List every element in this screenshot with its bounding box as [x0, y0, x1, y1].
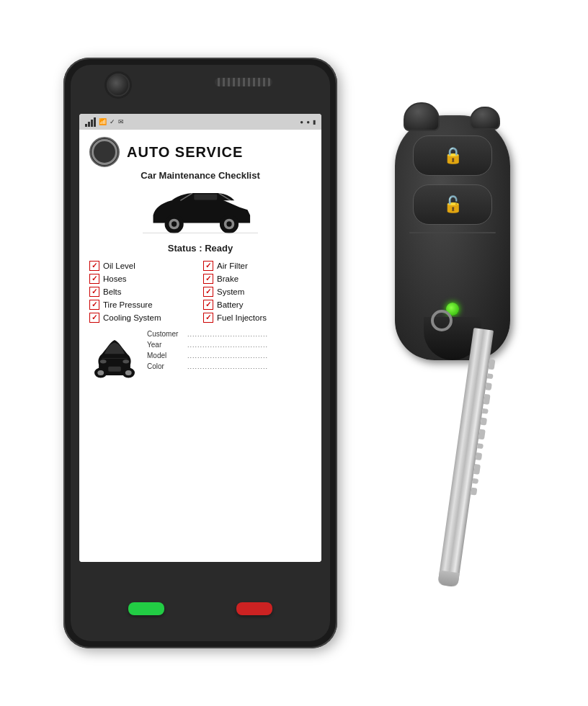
list-item: Oil Level: [89, 261, 197, 271]
form-dots-customer: ................................: [187, 331, 311, 338]
form-fields: Customer ...............................…: [147, 330, 311, 373]
svg-point-0: [92, 140, 117, 164]
fob-top-left: [404, 102, 440, 131]
clock-icon: ●: [300, 119, 303, 125]
list-item: System: [203, 287, 311, 297]
tooth: [472, 478, 478, 484]
tooth: [473, 464, 481, 475]
speaker: [215, 78, 272, 86]
blade-body: [437, 328, 494, 587]
svg-line-3: [99, 146, 107, 155]
bottom-section: Customer ...............................…: [89, 330, 311, 383]
tooth: [478, 429, 486, 439]
svg-line-4: [104, 148, 109, 152]
check-label-system: System: [217, 287, 244, 296]
app-content: AUTO SERVICE Car Maintenance Checklist: [79, 130, 321, 562]
check-label-cooling-system: Cooling System: [103, 313, 161, 322]
checkbox-belts[interactable]: [89, 287, 99, 297]
form-label-year: Year: [147, 341, 184, 349]
form-row-year: Year ................................: [147, 341, 311, 349]
checkbox-oil-level[interactable]: [89, 261, 99, 271]
form-dots-year: ................................: [187, 341, 311, 349]
checkbox-air-filter[interactable]: [203, 261, 213, 271]
checkbox-tire-pressure[interactable]: [89, 300, 99, 310]
list-item: Tire Pressure: [89, 300, 197, 310]
red-button[interactable]: [236, 602, 272, 615]
list-item: Hoses: [89, 274, 197, 284]
message-icon: ✉: [118, 118, 124, 125]
fob-lock-button[interactable]: 🔒: [413, 135, 492, 176]
checkbox-brake[interactable]: [203, 274, 213, 284]
svg-point-22: [100, 359, 107, 363]
checkbox-hoses[interactable]: [89, 274, 99, 284]
list-item: Cooling System: [89, 313, 197, 323]
svg-rect-8: [194, 195, 217, 200]
list-item: Brake: [203, 274, 311, 284]
tooth: [477, 443, 484, 449]
check-label-air-filter: Air Filter: [217, 262, 248, 270]
fob-divider: [409, 232, 496, 233]
form-row-customer: Customer ...............................…: [147, 330, 311, 338]
svg-rect-21: [108, 367, 121, 372]
check-label-battery: Battery: [217, 300, 243, 309]
blade-tip: [437, 571, 460, 588]
app-header: AUTO SERVICE: [89, 137, 311, 167]
car-front-image: [89, 330, 140, 383]
form-label-model: Model: [147, 352, 184, 359]
car-key: 🔒 🔓: [380, 115, 539, 634]
checklist: Oil Level Air Filter Hoses Brake: [89, 261, 311, 323]
form-row-color: Color ................................: [147, 362, 311, 370]
list-item: Battery: [203, 300, 311, 310]
scene: 📶 ✓ ✉ ● ● ▮: [42, 29, 546, 677]
call-icon: ✓: [110, 118, 115, 125]
svg-point-1: [97, 145, 112, 159]
svg-point-19: [125, 370, 132, 375]
check-label-tire-pressure: Tire Pressure: [103, 300, 153, 309]
status-label: Status :: [168, 243, 205, 254]
tooth: [481, 418, 487, 426]
signal-icon: [85, 117, 96, 127]
tooth: [482, 408, 489, 414]
status-line: Status : Ready: [89, 243, 311, 254]
phone-screen: 📶 ✓ ✉ ● ● ▮: [79, 114, 321, 562]
status-value: Ready: [205, 243, 233, 254]
form-label-customer: Customer: [147, 330, 184, 338]
form-dots-color: ................................: [187, 363, 311, 370]
check-label-fuel-injectors: Fuel Injectors: [217, 313, 267, 322]
tooth: [489, 359, 496, 370]
logo-icon: [89, 137, 120, 167]
key-fob: 🔒 🔓: [395, 115, 510, 360]
tooth: [486, 383, 492, 390]
settings-icon: ●: [306, 119, 310, 125]
key-fob-body: 🔒 🔓: [395, 115, 510, 360]
svg-line-5: [102, 146, 110, 155]
app-title: AUTO SERVICE: [127, 144, 243, 161]
checkbox-fuel-injectors[interactable]: [203, 313, 213, 323]
wifi-icon: 📶: [99, 118, 107, 125]
green-button[interactable]: [128, 602, 164, 615]
svg-point-11: [172, 221, 177, 226]
list-item: Air Filter: [203, 261, 311, 271]
checkbox-system[interactable]: [203, 287, 213, 297]
svg-point-2: [102, 150, 107, 154]
list-item: Fuel Injectors: [203, 313, 311, 323]
lock-open-icon: 🔓: [443, 195, 463, 214]
tooth: [476, 452, 482, 460]
tooth: [484, 394, 491, 405]
svg-point-17: [97, 370, 104, 375]
check-label-belts: Belts: [103, 287, 122, 296]
fob-unlock-button[interactable]: 🔓: [413, 184, 492, 225]
key-ring: [431, 310, 453, 331]
check-label-hoses: Hoses: [103, 274, 127, 283]
svg-point-14: [226, 221, 231, 226]
tooth: [487, 373, 494, 379]
status-left: 📶 ✓ ✉: [85, 117, 124, 127]
car-side-image: [89, 187, 311, 238]
camera-icon: [107, 73, 130, 97]
app-subtitle: Car Maintenance Checklist: [89, 170, 311, 181]
checkbox-cooling-system[interactable]: [89, 313, 99, 323]
list-item: Belts: [89, 287, 197, 297]
status-right: ● ● ▮: [300, 119, 316, 125]
checkbox-battery[interactable]: [203, 300, 213, 310]
phone-buttons: [63, 602, 337, 615]
